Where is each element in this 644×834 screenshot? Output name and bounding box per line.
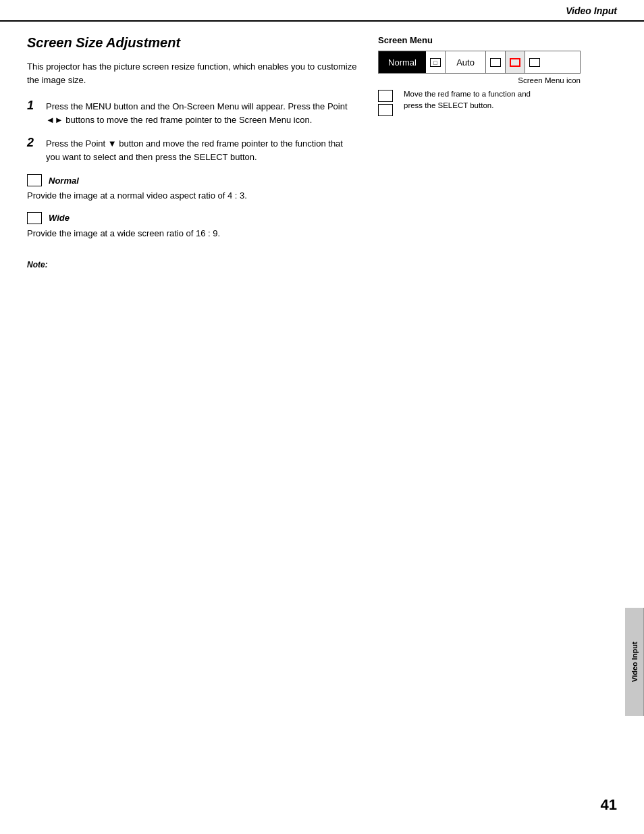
diagram-icon-1 xyxy=(378,90,393,102)
menu-icon-1 xyxy=(486,51,506,73)
menu-icon-2 xyxy=(506,51,525,73)
wide-icon xyxy=(27,212,42,224)
normal-label: Normal xyxy=(49,176,79,186)
annotation-line2: press the SELECT button. xyxy=(404,101,493,109)
sidebar-tab: Video Input xyxy=(625,608,644,716)
left-column: Screen Size Adjustment This projector ha… xyxy=(27,35,358,269)
diagram-icon-2 xyxy=(378,104,393,116)
step-2-number: 2 xyxy=(27,136,39,150)
wide-description: Provide the image at a wide screen ratio… xyxy=(27,227,358,240)
right-column: Screen Menu Normal □ Auto xyxy=(378,35,608,269)
menu-icon-3 xyxy=(525,51,544,73)
main-content: Screen Size Adjustment This projector ha… xyxy=(0,22,644,283)
sidebar-tab-label: Video Input xyxy=(630,642,639,682)
normal-item-row: Normal xyxy=(27,174,358,186)
step-2-text: Press the Point ▼ button and move the re… xyxy=(46,137,358,163)
menu-auto-text: Auto xyxy=(456,57,475,68)
expand-icon: □ xyxy=(430,58,441,67)
normal-description: Provide the image at a normal video aspe… xyxy=(27,189,358,203)
page-header: Video Input xyxy=(0,0,644,22)
square-icon-1 xyxy=(490,58,501,67)
square-icon-3 xyxy=(529,58,540,67)
note-section: Note: xyxy=(27,260,358,269)
note-label: Note: xyxy=(27,260,48,269)
intro-text: This projector has the picture screen re… xyxy=(27,60,358,86)
diagram-bottom: Move the red frame to a function and pre… xyxy=(378,88,608,116)
step-1-text: Press the MENU button and the On-Screen … xyxy=(46,100,358,126)
menu-normal-cell: Normal xyxy=(379,51,426,73)
screen-menu-icon-text: Screen Menu icon xyxy=(518,76,581,84)
page-title: Screen Size Adjustment xyxy=(27,35,358,51)
wide-item-row: Wide xyxy=(27,212,358,224)
icon-column xyxy=(378,90,393,116)
screen-menu-label: Screen Menu xyxy=(378,35,608,45)
screen-menu-icon-annotation: Screen Menu icon xyxy=(378,76,581,84)
menu-expand-cell: □ xyxy=(426,51,446,73)
annotation-line1: Move the red frame to a function and xyxy=(404,90,531,98)
annotation-text: Move the red frame to a function and pre… xyxy=(404,88,531,112)
menu-auto-cell: Auto xyxy=(446,51,486,73)
normal-icon xyxy=(27,174,42,186)
step-2: 2 Press the Point ▼ button and move the … xyxy=(27,137,358,163)
step-1-number: 1 xyxy=(27,99,39,113)
red-frame-icon xyxy=(510,58,520,67)
menu-normal-text: Normal xyxy=(388,57,417,68)
header-title: Video Input xyxy=(566,5,617,16)
step-1: 1 Press the MENU button and the On-Scree… xyxy=(27,100,358,126)
screen-menu-bar: Normal □ Auto xyxy=(378,51,581,74)
wide-label: Wide xyxy=(49,213,70,223)
page-number: 41 xyxy=(601,796,617,814)
